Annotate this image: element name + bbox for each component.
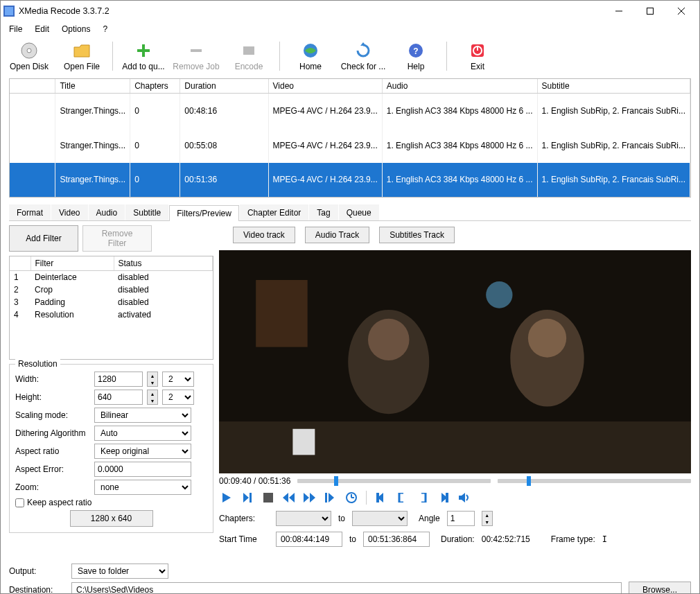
remove-filter-button[interactable]: Remove Filter (82, 225, 152, 252)
col-status[interactable]: Status (114, 256, 213, 271)
scaling-label: Scaling mode: (15, 410, 90, 420)
check-updates-button[interactable]: Check for ... (339, 38, 387, 74)
svg-rect-24 (292, 429, 315, 455)
svg-text:?: ? (413, 46, 418, 56)
volume-slider[interactable] (498, 479, 691, 483)
col-duration[interactable]: Duration (180, 79, 268, 94)
seek-slider[interactable] (297, 479, 491, 483)
step-fwd-button[interactable] (323, 490, 338, 505)
dither-select[interactable]: Auto (94, 426, 191, 441)
col-subtitle[interactable]: Subtitle (537, 79, 690, 94)
height-spinner[interactable]: ▲▼ (147, 390, 158, 405)
height-input[interactable] (94, 390, 143, 405)
svg-rect-25 (250, 493, 252, 503)
table-row[interactable]: 3Paddingdisabled (10, 296, 213, 308)
col-title[interactable]: Title (55, 79, 130, 94)
height-step-select[interactable]: 2 (162, 390, 194, 405)
destination-input[interactable] (71, 582, 622, 594)
exit-button[interactable]: Exit (453, 38, 502, 74)
tab-video[interactable]: Video (51, 204, 87, 220)
speaker-icon[interactable] (457, 490, 472, 505)
dither-label: Dithering Algorithm (15, 428, 90, 438)
rewind-button[interactable] (281, 490, 297, 505)
destination-label: Destination: (9, 585, 64, 594)
bracket-right-icon[interactable] (415, 490, 430, 505)
table-row[interactable]: Stranger.Things...000:55:08MPEG-4 AVC / … (10, 128, 690, 162)
tab-subtitle[interactable]: Subtitle (125, 204, 168, 220)
angle-spinner[interactable]: ▲▼ (482, 511, 493, 526)
filter-table[interactable]: Filter Status 1Deinterlacedisabled2Cropd… (10, 256, 213, 321)
tab-audio[interactable]: Audio (89, 204, 125, 220)
error-input[interactable] (94, 462, 191, 477)
audio-track-button[interactable]: Audio Track (305, 227, 369, 243)
duration-label: Duration: (441, 534, 475, 544)
width-input[interactable] (94, 372, 143, 387)
add-filter-button[interactable]: Add Filter (9, 225, 78, 252)
minimize-button[interactable] (603, 1, 634, 21)
power-icon (468, 41, 487, 60)
mark-out-button[interactable] (436, 490, 451, 505)
tab-format[interactable]: Format (9, 204, 51, 220)
svg-rect-22 (256, 280, 307, 347)
svg-point-21 (528, 319, 566, 358)
table-row[interactable]: 1Deinterlacedisabled (10, 271, 213, 284)
mark-in-button[interactable] (374, 490, 389, 505)
chapter-to-select[interactable] (352, 511, 408, 526)
open-file-button[interactable]: Open File (58, 38, 106, 74)
start-time-input[interactable] (276, 532, 342, 547)
open-disk-button[interactable]: Open Disk (5, 38, 53, 74)
width-step-select[interactable]: 2 (162, 372, 194, 387)
col-audio[interactable]: Audio (382, 79, 537, 94)
video-track-button[interactable]: Video track (233, 227, 295, 243)
player-controls (219, 489, 691, 507)
col-filter[interactable]: Filter (30, 256, 114, 271)
angle-input[interactable] (447, 511, 475, 526)
close-button[interactable] (665, 1, 697, 21)
menu-options[interactable]: Options (56, 23, 96, 35)
table-row[interactable]: Stranger.Things...000:48:16MPEG-4 AVC / … (10, 94, 690, 129)
col-idx[interactable] (10, 256, 30, 271)
home-button[interactable]: Home (286, 38, 335, 74)
maximize-button[interactable] (634, 1, 665, 21)
play-button[interactable] (219, 490, 234, 505)
dims-button[interactable]: 1280 x 640 (70, 510, 153, 527)
fastfwd-button[interactable] (302, 490, 317, 505)
col-chapters[interactable]: Chapters (130, 79, 180, 94)
duration-value: 00:42:52:715 (482, 534, 530, 544)
tab-chapter-editor[interactable]: Chapter Editor (240, 204, 308, 220)
file-list-table[interactable]: Title Chapters Duration Video Audio Subt… (10, 79, 690, 197)
remove-job-button[interactable]: Remove Job (172, 38, 220, 74)
tab-filters-preview[interactable]: Filters/Preview (169, 205, 239, 221)
table-row[interactable]: 4Resolutionactivated (10, 308, 213, 321)
encode-button[interactable]: Encode (225, 38, 273, 74)
output-select[interactable]: Save to folder (71, 564, 168, 579)
clock-icon[interactable] (344, 490, 359, 505)
chapter-from-select[interactable] (276, 511, 331, 526)
keep-aspect-checkbox[interactable] (15, 498, 24, 507)
col-blank[interactable] (10, 79, 55, 94)
subtitles-track-button[interactable]: Subtitles Track (379, 227, 455, 243)
tab-queue[interactable]: Queue (339, 204, 379, 220)
table-row[interactable]: 2Cropdisabled (10, 283, 213, 296)
width-spinner[interactable]: ▲▼ (147, 372, 158, 387)
menu-help[interactable]: ? (97, 23, 113, 35)
output-panel: Output: Save to folder Destination: Brow… (1, 555, 699, 594)
menu-edit[interactable]: Edit (29, 23, 55, 35)
app-icon (3, 6, 15, 17)
col-video[interactable]: Video (268, 79, 382, 94)
scaling-select[interactable]: Bilinear (94, 408, 191, 423)
help-button[interactable]: ?Help (392, 38, 440, 74)
title-bar: XMedia Recode 3.3.7.2 (1, 1, 699, 21)
bracket-left-icon[interactable] (394, 490, 410, 505)
next-frame-button[interactable] (240, 490, 255, 505)
add-to-queue-button[interactable]: Add to qu... (119, 38, 168, 74)
browse-button[interactable]: Browse... (629, 582, 691, 594)
menu-file[interactable]: File (3, 23, 28, 35)
svg-rect-3 (647, 8, 653, 15)
tab-tag[interactable]: Tag (309, 204, 338, 220)
stop-button[interactable] (261, 490, 276, 505)
table-row[interactable]: Stranger.Things...000:51:36MPEG-4 AVC / … (10, 163, 690, 197)
zoom-select[interactable]: none (94, 480, 191, 495)
end-time-input[interactable] (363, 532, 430, 547)
aspect-select[interactable]: Keep original (94, 444, 191, 459)
